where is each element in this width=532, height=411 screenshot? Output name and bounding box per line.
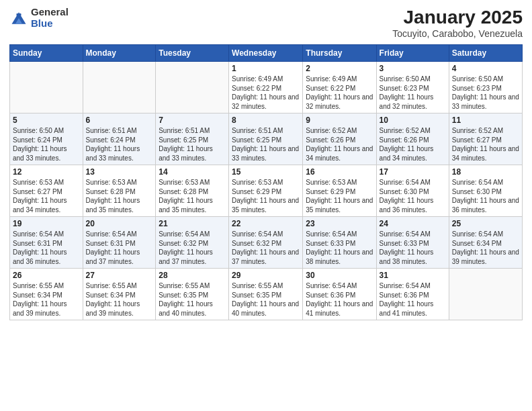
day-number: 31 (380, 271, 446, 280)
day-number: 9 (306, 116, 373, 125)
day-info: Sunrise: 6:54 AMSunset: 6:31 PMDaylight:… (13, 230, 80, 266)
table-row: 11Sunrise: 6:52 AMSunset: 6:27 PMDayligh… (449, 113, 522, 165)
day-number: 3 (380, 64, 446, 73)
table-row: 28Sunrise: 6:55 AMSunset: 6:35 PMDayligh… (156, 269, 229, 320)
day-info: Sunrise: 6:51 AMSunset: 6:25 PMDaylight:… (232, 126, 300, 163)
table-row: 21Sunrise: 6:54 AMSunset: 6:32 PMDayligh… (156, 217, 229, 269)
day-number: 25 (452, 219, 519, 228)
table-row: 12Sunrise: 6:53 AMSunset: 6:27 PMDayligh… (10, 165, 83, 217)
table-row (449, 269, 522, 320)
day-info: Sunrise: 6:54 AMSunset: 6:33 PMDaylight:… (306, 230, 373, 266)
table-row: 25Sunrise: 6:54 AMSunset: 6:34 PMDayligh… (449, 217, 522, 269)
calendar-week-row: 5Sunrise: 6:50 AMSunset: 6:24 PMDaylight… (10, 113, 523, 165)
day-number: 28 (159, 271, 226, 280)
table-row: 10Sunrise: 6:52 AMSunset: 6:26 PMDayligh… (376, 113, 449, 165)
day-info: Sunrise: 6:55 AMSunset: 6:34 PMDaylight:… (86, 281, 153, 318)
day-info: Sunrise: 6:50 AMSunset: 6:23 PMDaylight:… (452, 75, 519, 111)
day-number: 14 (159, 167, 226, 177)
table-row: 2Sunrise: 6:49 AMSunset: 6:22 PMDaylight… (303, 62, 376, 113)
day-number: 2 (306, 64, 373, 73)
col-saturday: Saturday (449, 45, 522, 62)
day-info: Sunrise: 6:54 AMSunset: 6:32 PMDaylight:… (159, 230, 226, 266)
title-block: January 2025 Tocuyito, Carabobo, Venezue… (392, 7, 523, 39)
day-info: Sunrise: 6:54 AMSunset: 6:36 PMDaylight:… (306, 281, 373, 318)
page: General Blue January 2025 Tocuyito, Cara… (0, 0, 532, 411)
table-row: 26Sunrise: 6:55 AMSunset: 6:34 PMDayligh… (10, 269, 83, 320)
day-number: 5 (13, 116, 80, 125)
day-number: 19 (13, 219, 80, 228)
logo: General Blue (9, 7, 69, 29)
table-row: 27Sunrise: 6:55 AMSunset: 6:34 PMDayligh… (83, 269, 156, 320)
day-number: 29 (232, 271, 300, 280)
table-row: 17Sunrise: 6:54 AMSunset: 6:30 PMDayligh… (376, 165, 449, 217)
calendar: Sunday Monday Tuesday Wednesday Thursday… (9, 44, 523, 320)
day-number: 10 (380, 116, 446, 125)
header: General Blue January 2025 Tocuyito, Cara… (9, 7, 523, 39)
logo-blue: Blue (31, 18, 69, 30)
day-info: Sunrise: 6:49 AMSunset: 6:22 PMDaylight:… (306, 75, 373, 111)
day-number: 27 (86, 271, 153, 280)
table-row: 29Sunrise: 6:55 AMSunset: 6:35 PMDayligh… (229, 269, 303, 320)
day-number: 20 (86, 219, 153, 228)
day-info: Sunrise: 6:53 AMSunset: 6:28 PMDaylight:… (159, 178, 226, 214)
day-info: Sunrise: 6:54 AMSunset: 6:30 PMDaylight:… (452, 178, 519, 214)
calendar-week-row: 12Sunrise: 6:53 AMSunset: 6:27 PMDayligh… (10, 165, 523, 217)
day-number: 11 (452, 116, 519, 125)
table-row: 24Sunrise: 6:54 AMSunset: 6:33 PMDayligh… (376, 217, 449, 269)
table-row: 14Sunrise: 6:53 AMSunset: 6:28 PMDayligh… (156, 165, 229, 217)
day-info: Sunrise: 6:54 AMSunset: 6:33 PMDaylight:… (380, 230, 446, 266)
day-info: Sunrise: 6:55 AMSunset: 6:35 PMDaylight:… (159, 281, 226, 318)
day-info: Sunrise: 6:52 AMSunset: 6:26 PMDaylight:… (380, 126, 446, 163)
day-info: Sunrise: 6:50 AMSunset: 6:24 PMDaylight:… (13, 126, 80, 163)
day-info: Sunrise: 6:54 AMSunset: 6:32 PMDaylight:… (232, 230, 300, 266)
day-info: Sunrise: 6:54 AMSunset: 6:30 PMDaylight:… (380, 178, 446, 214)
day-info: Sunrise: 6:53 AMSunset: 6:27 PMDaylight:… (13, 178, 80, 214)
table-row: 13Sunrise: 6:53 AMSunset: 6:28 PMDayligh… (83, 165, 156, 217)
day-number: 16 (306, 167, 373, 177)
day-info: Sunrise: 6:50 AMSunset: 6:23 PMDaylight:… (380, 75, 446, 111)
logo-icon (9, 9, 28, 28)
day-info: Sunrise: 6:52 AMSunset: 6:27 PMDaylight:… (452, 126, 519, 163)
day-number: 1 (232, 64, 300, 73)
day-number: 13 (86, 167, 153, 177)
day-number: 22 (232, 219, 300, 228)
table-row: 19Sunrise: 6:54 AMSunset: 6:31 PMDayligh… (10, 217, 83, 269)
day-info: Sunrise: 6:55 AMSunset: 6:34 PMDaylight:… (13, 281, 80, 318)
day-info: Sunrise: 6:53 AMSunset: 6:28 PMDaylight:… (86, 178, 153, 214)
table-row: 18Sunrise: 6:54 AMSunset: 6:30 PMDayligh… (449, 165, 522, 217)
table-row: 31Sunrise: 6:54 AMSunset: 6:36 PMDayligh… (376, 269, 449, 320)
table-row: 20Sunrise: 6:54 AMSunset: 6:31 PMDayligh… (83, 217, 156, 269)
table-row: 30Sunrise: 6:54 AMSunset: 6:36 PMDayligh… (303, 269, 376, 320)
day-info: Sunrise: 6:51 AMSunset: 6:25 PMDaylight:… (159, 126, 226, 163)
table-row: 7Sunrise: 6:51 AMSunset: 6:25 PMDaylight… (156, 113, 229, 165)
col-thursday: Thursday (303, 45, 376, 62)
subtitle: Tocuyito, Carabobo, Venezuela (392, 28, 523, 39)
day-number: 8 (232, 116, 300, 125)
calendar-header-row: Sunday Monday Tuesday Wednesday Thursday… (10, 45, 523, 62)
col-tuesday: Tuesday (156, 45, 229, 62)
day-info: Sunrise: 6:49 AMSunset: 6:22 PMDaylight:… (232, 75, 300, 111)
day-number: 21 (159, 219, 226, 228)
table-row: 23Sunrise: 6:54 AMSunset: 6:33 PMDayligh… (303, 217, 376, 269)
table-row (83, 62, 156, 113)
table-row: 8Sunrise: 6:51 AMSunset: 6:25 PMDaylight… (229, 113, 303, 165)
calendar-week-row: 26Sunrise: 6:55 AMSunset: 6:34 PMDayligh… (10, 269, 523, 320)
day-number: 7 (159, 116, 226, 125)
day-number: 30 (306, 271, 373, 280)
logo-text: General Blue (31, 7, 69, 29)
day-number: 17 (380, 167, 446, 177)
col-sunday: Sunday (10, 45, 83, 62)
svg-rect-2 (17, 13, 21, 16)
table-row: 1Sunrise: 6:49 AMSunset: 6:22 PMDaylight… (229, 62, 303, 113)
day-info: Sunrise: 6:54 AMSunset: 6:36 PMDaylight:… (380, 281, 446, 318)
day-number: 26 (13, 271, 80, 280)
day-info: Sunrise: 6:51 AMSunset: 6:24 PMDaylight:… (86, 126, 153, 163)
table-row (156, 62, 229, 113)
table-row: 16Sunrise: 6:53 AMSunset: 6:29 PMDayligh… (303, 165, 376, 217)
day-number: 4 (452, 64, 519, 73)
col-friday: Friday (376, 45, 449, 62)
day-number: 23 (306, 219, 373, 228)
day-info: Sunrise: 6:52 AMSunset: 6:26 PMDaylight:… (306, 126, 373, 163)
table-row (10, 62, 83, 113)
day-number: 15 (232, 167, 300, 177)
